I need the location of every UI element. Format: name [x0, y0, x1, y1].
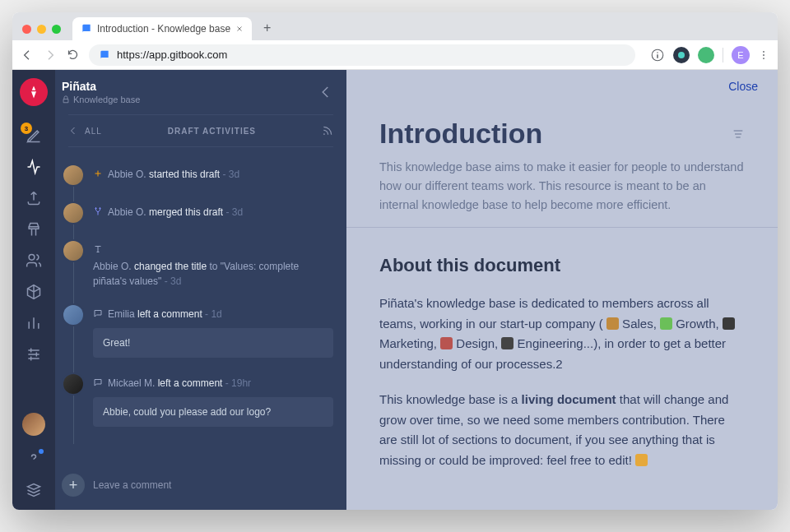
close-window-button[interactable] [22, 25, 31, 34]
add-comment-button[interactable]: + [62, 474, 85, 497]
close-tab-icon[interactable] [235, 25, 244, 33]
merge-icon [93, 206, 103, 216]
all-filter[interactable]: ALL [85, 127, 102, 136]
svg-rect-2 [657, 54, 658, 58]
add-comment-label[interactable]: Leave a comment [93, 479, 171, 491]
page-title: Introduction [379, 118, 745, 150]
face-emoji [635, 454, 648, 466]
maximize-window-button[interactable] [52, 25, 61, 34]
doc-body: About this document Piñata's knowledge b… [346, 228, 778, 509]
activity-body: Emilia left a comment - 1dGreat! [93, 303, 333, 358]
browser-toolbar: https://app.gitbook.com E [12, 40, 778, 70]
activity-item[interactable]: Abbie O. changed the title to "Values: c… [62, 239, 333, 289]
activity-avatar [62, 201, 85, 224]
chevron-left-icon[interactable] [68, 126, 78, 136]
info-icon[interactable] [650, 48, 665, 62]
activity-item[interactable]: Abbie O. merged this draft - 3d [62, 201, 333, 224]
paragraph-2: This knowledge base is a living document… [379, 390, 745, 471]
extension-2[interactable] [698, 47, 714, 63]
activity-feed: Abbie O. started this draft - 3dAbbie O.… [55, 147, 346, 469]
close-button[interactable]: Close [728, 80, 758, 93]
comment-bubble: Great! [93, 328, 333, 358]
svg-point-4 [763, 50, 764, 52]
activity-avatar [62, 303, 85, 326]
design-icon[interactable] [26, 221, 42, 238]
edit-icon[interactable]: 3 [26, 127, 42, 144]
icon-rail: 3 [12, 70, 55, 510]
rss-icon[interactable] [322, 125, 333, 136]
sales-emoji [606, 317, 619, 330]
text-icon [93, 244, 103, 254]
svg-point-5 [763, 54, 764, 56]
share-icon[interactable] [26, 190, 42, 206]
browser-menu-button[interactable] [758, 48, 769, 62]
cube-icon[interactable] [26, 284, 42, 300]
browser-tab[interactable]: Introduction - Knowledge base [72, 17, 252, 40]
activity-body: Mickael M. left a comment - 19hrAbbie, c… [93, 372, 333, 427]
paragraph-1: Piñata's knowledge base is dedicated to … [379, 294, 745, 375]
svg-point-6 [763, 58, 764, 59]
forward-button[interactable] [44, 49, 57, 62]
page-subtitle: This knowledge base aims to make it easi… [379, 158, 745, 215]
user-avatar[interactable] [22, 413, 45, 436]
new-tab-button[interactable]: + [257, 21, 277, 40]
activity-item[interactable]: Emilia left a comment - 1dGreat! [62, 303, 333, 358]
activity-avatar [62, 239, 85, 262]
activity-body: Abbie O. merged this draft - 3d [93, 201, 333, 220]
content-scroll[interactable]: Introduction This knowledge base aims to… [346, 103, 778, 510]
activity-item[interactable]: Mickael M. left a comment - 19hrAbbie, c… [62, 372, 333, 427]
settings-icon[interactable] [26, 346, 42, 363]
workspace-header: Piñata Knowledge base [55, 70, 346, 114]
content-area: Close Introduction This knowledge base a… [346, 70, 778, 510]
notification-badge: 3 [21, 123, 32, 134]
activity-body: Abbie O. changed the title to "Values: c… [93, 239, 333, 289]
plus-icon [93, 169, 103, 178]
browser-tabbar: Introduction - Knowledge base + [12, 12, 778, 40]
add-comment-row: + Leave a comment [55, 469, 346, 510]
toolbar-extensions: E [645, 46, 769, 64]
tab-title: Introduction - Knowledge base [97, 23, 230, 35]
window-controls [19, 25, 67, 40]
outline-icon[interactable] [732, 127, 745, 141]
activity-header: ALL DRAFT ACTIVITIES [68, 114, 333, 147]
browser-window: Introduction - Knowledge base + https://… [12, 12, 778, 510]
library-icon[interactable] [26, 482, 42, 498]
svg-point-3 [678, 52, 685, 58]
doc-header: Introduction This knowledge base aims to… [346, 103, 778, 228]
activity-item[interactable]: Abbie O. started this draft - 3d [62, 164, 333, 187]
activity-avatar [62, 372, 85, 396]
help-notification-dot [39, 449, 44, 454]
activity-body: Abbie O. started this draft - 3d [93, 164, 333, 182]
url-text: https://app.gitbook.com [117, 49, 227, 61]
comment-icon [93, 377, 103, 387]
marketing-emoji [723, 317, 735, 330]
svg-point-1 [657, 52, 658, 53]
section-heading: About this document [379, 251, 745, 280]
svg-point-7 [323, 133, 325, 135]
address-bar[interactable]: https://app.gitbook.com [89, 44, 635, 66]
reload-button[interactable] [67, 49, 79, 61]
back-button[interactable] [21, 49, 34, 62]
profile-avatar[interactable]: E [732, 46, 750, 64]
collapse-panel-icon[interactable] [318, 85, 333, 99]
draft-panel: Piñata Knowledge base ALL DRAFT ACTIVITI… [55, 70, 346, 510]
comment-icon [93, 308, 103, 318]
gitbook-favicon-icon [81, 23, 92, 35]
design-emoji [440, 337, 453, 349]
analytics-icon[interactable] [26, 315, 42, 331]
activity-title: DRAFT ACTIVITIES [168, 127, 256, 136]
workspace-subtitle: Knowledge base [62, 95, 140, 104]
team-icon[interactable] [26, 252, 42, 269]
workspace-logo[interactable] [20, 78, 48, 106]
toolbar-separator [723, 48, 723, 62]
activity-icon[interactable] [26, 159, 42, 175]
extension-1[interactable] [673, 47, 690, 63]
engineering-emoji [501, 337, 514, 349]
app-root: 3 [12, 70, 778, 510]
site-info-icon [99, 49, 110, 61]
help-icon[interactable] [26, 451, 42, 467]
comment-bubble: Abbie, could you please add our logo? [93, 397, 333, 427]
minimize-window-button[interactable] [37, 25, 46, 34]
workspace-name: Piñata [62, 80, 140, 93]
growth-emoji [660, 317, 672, 330]
